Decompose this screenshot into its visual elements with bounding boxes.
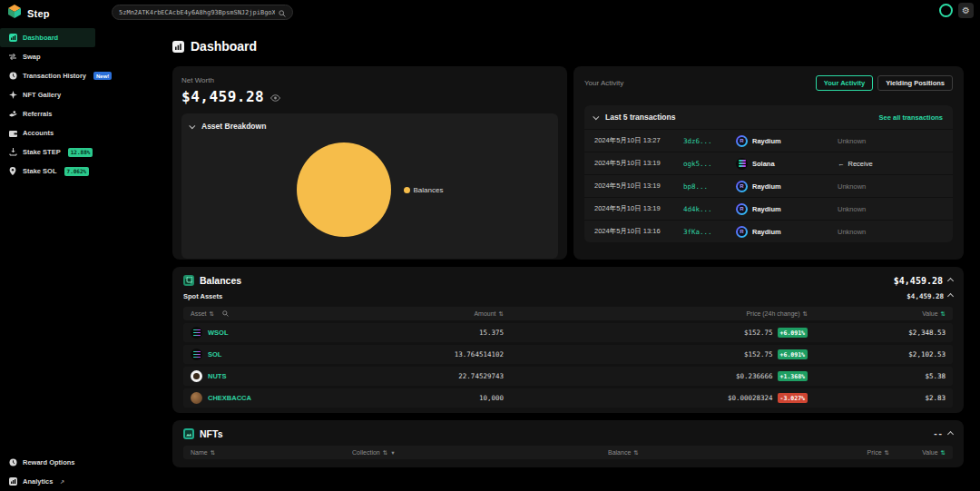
history-clock-icon bbox=[8, 72, 17, 81]
collapse-chevron-icon[interactable] bbox=[947, 277, 954, 283]
asset-name-link[interactable]: SOL bbox=[208, 350, 221, 358]
transactions-toggle[interactable]: Last 5 transactions bbox=[594, 113, 675, 122]
change-badge: -3.027% bbox=[778, 393, 808, 403]
collapse-chevron-icon[interactable] bbox=[947, 430, 954, 437]
col-asset[interactable]: Asset⇅ bbox=[191, 310, 327, 318]
col-amount[interactable]: Amount⇅ bbox=[327, 310, 504, 318]
balances-coin-icon bbox=[183, 275, 194, 286]
wallet-search bbox=[112, 5, 293, 20]
nfts-title: NFTs bbox=[200, 428, 222, 439]
legend-label: Balances bbox=[414, 186, 444, 194]
pie-chart[interactable] bbox=[297, 142, 391, 237]
tx-status: Unknown bbox=[838, 228, 943, 236]
pie-legend[interactable]: Balances bbox=[404, 186, 444, 194]
tx-hash-link[interactable]: bp8... bbox=[683, 182, 736, 191]
tx-platform: Raydium bbox=[752, 205, 781, 213]
brand[interactable]: Step bbox=[7, 4, 50, 23]
nuts-token-icon bbox=[191, 370, 202, 382]
balances-table-header: Asset⇅ Amount⇅ Price (24h change)⇅ Value… bbox=[183, 307, 953, 320]
settings-gear-icon[interactable]: ⚙ bbox=[958, 3, 974, 18]
stake-download-icon bbox=[8, 148, 17, 157]
tx-hash-link[interactable]: 3fKa... bbox=[683, 228, 736, 236]
chexbacca-token-icon bbox=[191, 392, 202, 404]
tx-date: 2024年5月10日 13:19 bbox=[594, 204, 683, 213]
sidebar-item-label: Analytics bbox=[23, 477, 53, 486]
asset-name-link[interactable]: WSOL bbox=[208, 329, 229, 337]
asset-name-link[interactable]: CHEXBACCA bbox=[208, 394, 251, 402]
hide-balance-eye-icon[interactable] bbox=[270, 89, 280, 105]
tx-hash-link[interactable]: 3dz6... bbox=[683, 137, 736, 145]
sidebar-item-dashboard[interactable]: Dashboard bbox=[0, 28, 95, 47]
sidebar-item-stake-step[interactable]: Stake STEP 12.88% bbox=[0, 142, 95, 162]
dashboard-page-icon bbox=[172, 41, 184, 53]
col-collection[interactable]: Collection⇅▼ bbox=[352, 449, 608, 457]
collapse-chevron-icon[interactable] bbox=[947, 293, 954, 300]
asset-price: $0.00028324 bbox=[728, 394, 773, 402]
sidebar-item-nft-gallery[interactable]: NFT Gallery bbox=[0, 85, 95, 104]
tx-platform: Raydium bbox=[752, 137, 781, 145]
map-pin-icon bbox=[8, 167, 17, 176]
spot-assets-label: Spot Assets bbox=[183, 292, 222, 300]
sidebar-item-label: Transaction History bbox=[23, 72, 86, 80]
external-link-icon: ↗ bbox=[60, 478, 64, 485]
sort-icon: ⇅ bbox=[383, 449, 387, 457]
tx-hash-link[interactable]: 4d4k... bbox=[683, 205, 736, 213]
solana-icon bbox=[736, 158, 748, 170]
status-ring-icon[interactable] bbox=[939, 4, 953, 17]
transaction-row[interactable]: 2024年5月10日 13:16 3fKa... RRaydium Unknow… bbox=[584, 220, 953, 242]
transaction-row[interactable]: 2024年5月10日 13:19 bp8... RRaydium Unknown bbox=[584, 174, 953, 197]
tx-hash-link[interactable]: ogk5... bbox=[683, 160, 736, 168]
tx-platform: Raydium bbox=[752, 228, 781, 236]
step-logo-icon bbox=[7, 4, 22, 23]
transaction-row[interactable]: 2024年5月10日 13:19 ogk5... Solana ←Receive bbox=[584, 152, 953, 174]
see-all-transactions-link[interactable]: See all transactions bbox=[879, 113, 943, 122]
asset-search-icon[interactable] bbox=[222, 310, 229, 318]
sort-icon: ⇅ bbox=[211, 449, 215, 457]
tab-your-activity[interactable]: Your Activity bbox=[816, 75, 873, 91]
sidebar-item-referrals[interactable]: Referrals bbox=[0, 104, 95, 123]
tx-platform: Raydium bbox=[752, 182, 781, 191]
filter-funnel-icon[interactable]: ▼ bbox=[390, 450, 395, 456]
col-name[interactable]: Name⇅ bbox=[191, 449, 352, 457]
raydium-icon: R bbox=[736, 135, 748, 147]
activity-label: Your Activity bbox=[584, 79, 623, 87]
asset-breakdown-chart: Balances bbox=[191, 131, 549, 249]
sidebar-item-accounts[interactable]: Accounts bbox=[0, 123, 95, 142]
new-badge: New! bbox=[93, 72, 112, 80]
balances-title: Balances bbox=[200, 275, 241, 286]
search-icon[interactable] bbox=[279, 5, 286, 21]
sidebar-item-analytics[interactable]: Analytics ↗ bbox=[0, 472, 95, 491]
col-value[interactable]: Value⇅ bbox=[808, 310, 946, 318]
transaction-row[interactable]: 2024年5月10日 13:27 3dz6... RRaydium Unknow… bbox=[584, 129, 953, 152]
sidebar-item-stake-sol[interactable]: Stake SOL 7.062% bbox=[0, 162, 95, 181]
wsol-token-icon bbox=[191, 327, 202, 339]
wallet-search-input[interactable] bbox=[119, 9, 275, 16]
main-content: Dashboard Net Worth $4,459.28 Asset Brea… bbox=[172, 25, 964, 491]
brand-name: Step bbox=[27, 8, 50, 19]
asset-breakdown-toggle[interactable]: Asset Breakdown bbox=[191, 122, 549, 131]
nfts-image-icon bbox=[183, 428, 194, 439]
asset-name-link[interactable]: NUTS bbox=[208, 372, 226, 380]
sidebar-item-reward-options[interactable]: Reward Options bbox=[0, 453, 95, 472]
transaction-row[interactable]: 2024年5月10日 13:19 4d4k... RRaydium Unknow… bbox=[584, 197, 953, 220]
sidebar-item-swap[interactable]: Swap bbox=[0, 47, 95, 66]
page-title: Dashboard bbox=[172, 39, 964, 54]
change-badge: +6.091% bbox=[778, 328, 808, 338]
col-price[interactable]: Price (24h change)⇅ bbox=[504, 310, 808, 318]
asset-value: $2,102.53 bbox=[808, 350, 946, 358]
sort-icon-active: ⇅ bbox=[941, 310, 946, 318]
tab-yielding-positions[interactable]: Yielding Positions bbox=[877, 75, 953, 91]
col-price[interactable]: Price⇅ bbox=[717, 449, 889, 457]
col-balance[interactable]: Balance⇅ bbox=[608, 449, 717, 457]
sidebar-item-label: Swap bbox=[23, 53, 41, 61]
referrals-hand-icon bbox=[8, 110, 17, 119]
activity-panel: Your Activity Your Activity Yielding Pos… bbox=[573, 66, 964, 260]
transactions-card: Last 5 transactions See all transactions… bbox=[584, 105, 953, 242]
tx-date: 2024年5月10日 13:19 bbox=[594, 182, 683, 191]
col-value[interactable]: Value⇅ bbox=[889, 449, 946, 457]
change-badge: +6.091% bbox=[778, 349, 808, 359]
wallet-icon bbox=[8, 129, 17, 138]
stake-step-apy-badge: 12.88% bbox=[68, 148, 93, 157]
change-badge: +1.368% bbox=[778, 371, 808, 381]
sidebar-item-transaction-history[interactable]: Transaction History New! bbox=[0, 66, 95, 85]
